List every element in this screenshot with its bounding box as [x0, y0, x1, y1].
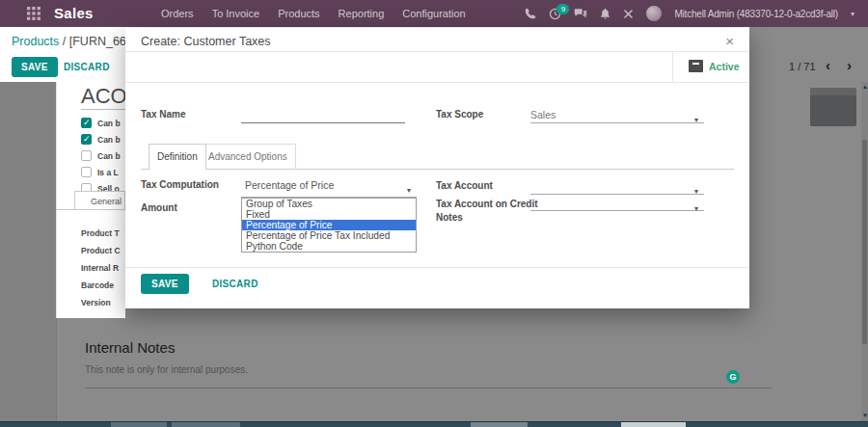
navbar-systray: 9 Mitchell Admin (483370-12-0-a2cd3f-all…	[525, 0, 854, 27]
tax-scope-select[interactable]: Sales	[530, 109, 556, 120]
app-name: Sales	[54, 5, 94, 21]
stat-button-divider	[672, 52, 673, 82]
archive-box-icon[interactable]	[689, 60, 703, 72]
taskbar-segment	[471, 422, 528, 427]
checkbox-label: Can b	[97, 151, 121, 161]
dropdown-option[interactable]: Fixed	[242, 209, 416, 220]
save-button[interactable]: SAVE	[12, 57, 58, 77]
menu-products[interactable]: Products	[278, 8, 319, 19]
breadcrumb: Products / [FURN_666	[12, 35, 133, 48]
user-avatar[interactable]	[646, 6, 662, 21]
menu-configuration[interactable]: Configuration	[402, 8, 465, 19]
menu-reporting[interactable]: Reporting	[339, 8, 385, 19]
taskbar-segment	[172, 422, 240, 427]
field-label-barcode: Barcode	[81, 280, 114, 290]
checkbox-label: Can b	[97, 135, 121, 145]
activities-clock-icon[interactable]: 9	[549, 8, 561, 20]
tax-account-label: Tax Account	[436, 180, 493, 191]
chevron-down-icon[interactable]	[694, 180, 698, 198]
grammarly-icon[interactable]: G	[726, 370, 740, 384]
tax-account-credit-label: Tax Account on Credit	[436, 199, 538, 209]
tab-advanced-options[interactable]: Advanced Options	[200, 144, 296, 170]
main-menu: Orders To Invoice Products Reporting Con…	[161, 0, 466, 27]
modal-discard-button[interactable]: DISCARD	[212, 279, 258, 289]
close-icon[interactable]: ×	[725, 33, 734, 49]
breadcrumb-products-link[interactable]: Products	[12, 35, 59, 48]
checkbox-label: Is a L	[97, 168, 119, 177]
discard-button[interactable]: DISCARD	[64, 62, 110, 72]
product-name: ACO	[81, 84, 127, 109]
notebook-border	[56, 209, 125, 210]
dialog-header-divider	[125, 51, 749, 52]
amount-label: Amount	[141, 202, 177, 213]
tax-name-input[interactable]	[241, 122, 405, 123]
checkbox-checked-icon[interactable]	[81, 118, 92, 128]
menu-orders[interactable]: Orders	[161, 8, 194, 19]
checkbox-unchecked-icon[interactable]	[81, 150, 92, 161]
tax-computation-dropdown: Group of Taxes Fixed Percentage of Price…	[241, 198, 417, 253]
checkbox-unchecked-icon[interactable]	[81, 167, 92, 177]
tab-definition[interactable]: Definition	[149, 144, 206, 170]
checkbox-label: Can b	[97, 119, 121, 128]
chevron-down-icon[interactable]	[407, 179, 411, 197]
tools-icon[interactable]	[623, 9, 634, 19]
menu-to-invoice[interactable]: To Invoice	[212, 8, 260, 19]
product-name-underline	[81, 109, 125, 110]
field-label-product-type: Product T	[81, 228, 120, 238]
modal-overlay	[0, 82, 56, 427]
breadcrumb-current: [FURN_666	[69, 35, 133, 48]
tax-computation-select[interactable]: Percentage of Price	[245, 179, 334, 191]
dropdown-option[interactable]: Group of Taxes	[242, 199, 416, 209]
tax-scope-underline	[530, 122, 704, 123]
field-label-internal-reference: Internal R	[81, 263, 119, 273]
modal-save-button[interactable]: SAVE	[141, 274, 189, 294]
screen: Sales Orders To Invoice Products Reporti…	[0, 0, 868, 427]
modal-overlay	[749, 27, 868, 427]
bell-icon[interactable]	[600, 8, 610, 19]
tax-name-label: Tax Name	[141, 109, 186, 120]
checkbox-checked-icon[interactable]	[81, 134, 92, 145]
phone-icon[interactable]	[525, 8, 536, 19]
user-menu[interactable]: Mitchell Admin (483370-12-0-a2cd3f-all)	[674, 9, 838, 19]
messages-icon[interactable]	[574, 8, 587, 19]
button-box-divider	[125, 82, 749, 83]
tax-account-credit-label-2: Notes	[436, 212, 463, 223]
dropdown-option-selected[interactable]: Percentage of Price	[242, 220, 416, 230]
breadcrumb-separator: /	[59, 35, 68, 48]
dialog-title: Create: Customer Taxes	[141, 35, 271, 48]
activity-count-badge: 9	[556, 4, 569, 14]
active-toggle-button[interactable]: Active	[709, 61, 740, 72]
field-label-version: Version	[81, 298, 111, 307]
modal-overlay	[56, 318, 125, 427]
dialog-footer-divider	[125, 267, 749, 268]
modal-overlay	[125, 308, 749, 427]
chevron-down-icon[interactable]	[694, 198, 698, 215]
chevron-down-icon[interactable]	[694, 109, 698, 126]
create-customer-taxes-dialog: Create: Customer Taxes × Active Tax Name…	[125, 28, 749, 308]
dropdown-option[interactable]: Python Code	[242, 241, 416, 252]
taskbar-segment	[621, 422, 686, 427]
top-navbar: Sales Orders To Invoice Products Reporti…	[0, 0, 868, 27]
user-menu-caret-icon: ▾	[851, 10, 854, 18]
field-label-product-category: Product C	[81, 246, 121, 255]
tab-general-information[interactable]: General	[74, 191, 125, 210]
tax-computation-label: Tax Computation	[141, 179, 219, 190]
apps-grid-icon[interactable]	[27, 7, 41, 20]
dropdown-option[interactable]: Percentage of Price Tax Included	[242, 230, 416, 241]
tax-account-credit-select[interactable]	[530, 210, 704, 211]
tax-scope-label: Tax Scope	[436, 109, 483, 120]
taskbar-segment	[111, 422, 167, 427]
tax-account-select[interactable]	[530, 194, 704, 195]
